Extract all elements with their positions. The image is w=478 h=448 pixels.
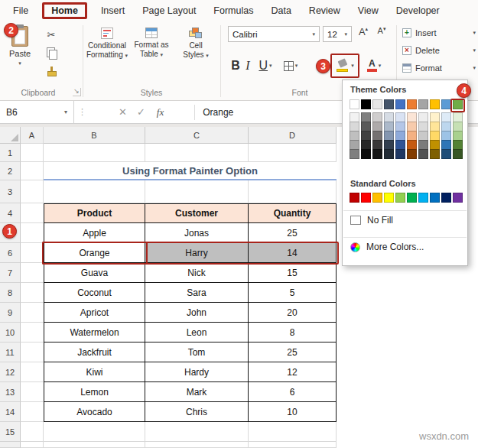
format-cells-button[interactable]: Format▾ bbox=[402, 61, 476, 75]
insert-function-icon[interactable]: fx bbox=[157, 106, 164, 118]
table-header-product[interactable]: Product bbox=[44, 203, 145, 223]
color-swatch[interactable] bbox=[441, 193, 451, 203]
color-swatch[interactable] bbox=[430, 193, 440, 203]
color-swatch[interactable] bbox=[361, 99, 371, 109]
row-header[interactable]: 6 bbox=[0, 243, 21, 263]
fill-color-dropdown-arrow[interactable]: ▾ bbox=[351, 63, 354, 69]
font-size-combo[interactable]: 12▾ bbox=[323, 26, 352, 42]
underline-button[interactable]: U▾ bbox=[255, 57, 275, 75]
cell[interactable]: Apple bbox=[44, 223, 145, 243]
color-swatch[interactable] bbox=[372, 99, 382, 109]
paste-dropdown-arrow[interactable]: ▾ bbox=[18, 60, 21, 67]
cell[interactable] bbox=[21, 283, 44, 303]
decrease-font-size-button[interactable]: A▾ bbox=[373, 26, 390, 42]
format-painter-button[interactable] bbox=[38, 63, 64, 79]
fill-color-button[interactable]: ▾ bbox=[330, 54, 359, 78]
clipboard-dialog-launcher-icon[interactable]: ↘ bbox=[73, 88, 81, 96]
cell[interactable] bbox=[249, 442, 337, 448]
tab-view[interactable]: View bbox=[354, 2, 382, 19]
color-swatch[interactable] bbox=[453, 193, 463, 203]
formula-bar-handle[interactable]: ⋮ bbox=[78, 107, 86, 117]
cell-styles-button[interactable]: CellStyles ▾ bbox=[174, 26, 217, 86]
italic-button[interactable]: I bbox=[243, 57, 252, 75]
cell[interactable] bbox=[44, 180, 145, 203]
color-swatch[interactable] bbox=[407, 149, 417, 159]
row-header[interactable]: 3 bbox=[0, 180, 21, 203]
color-swatch[interactable] bbox=[441, 149, 451, 159]
cell[interactable]: Lemon bbox=[44, 382, 145, 402]
cell[interactable] bbox=[21, 243, 44, 263]
cancel-entry-icon[interactable]: ✕ bbox=[119, 106, 127, 118]
cell[interactable] bbox=[21, 342, 44, 362]
cell[interactable]: 25 bbox=[249, 223, 337, 243]
tab-page-layout[interactable]: Page Layout bbox=[138, 2, 200, 19]
tab-file[interactable]: File bbox=[9, 2, 32, 19]
table-header-customer[interactable]: Customer bbox=[145, 203, 249, 223]
cell[interactable] bbox=[21, 180, 44, 203]
tab-data[interactable]: Data bbox=[267, 2, 294, 19]
color-swatch[interactable] bbox=[372, 149, 382, 159]
cell[interactable]: Hardy bbox=[145, 362, 249, 382]
cell[interactable] bbox=[21, 203, 44, 223]
color-swatch[interactable] bbox=[407, 193, 417, 203]
cut-button[interactable]: ✂ bbox=[38, 27, 64, 42]
cell[interactable]: Nick bbox=[145, 263, 249, 283]
format-as-table-button[interactable]: Format asTable ▾ bbox=[130, 26, 173, 86]
cell[interactable]: 12 bbox=[249, 362, 337, 382]
cell[interactable]: John bbox=[145, 303, 249, 323]
cell[interactable] bbox=[21, 382, 44, 402]
tab-formulas[interactable]: Formulas bbox=[210, 2, 257, 19]
confirm-entry-icon[interactable]: ✓ bbox=[137, 106, 145, 118]
increase-font-size-button[interactable]: A▴ bbox=[355, 26, 372, 42]
color-swatch[interactable] bbox=[430, 99, 440, 109]
row-header[interactable]: 7 bbox=[0, 263, 21, 283]
cell[interactable] bbox=[249, 144, 337, 162]
active-cell-b6[interactable]: Orange bbox=[44, 243, 145, 263]
cell[interactable]: Harry bbox=[145, 243, 249, 263]
borders-button[interactable]: ▾ bbox=[280, 57, 301, 75]
row-header[interactable]: 2 bbox=[0, 162, 21, 180]
cell[interactable]: 15 bbox=[249, 263, 337, 283]
cell[interactable] bbox=[21, 162, 44, 180]
color-swatch[interactable] bbox=[395, 99, 405, 109]
column-header-b[interactable]: B bbox=[44, 127, 145, 144]
color-swatch[interactable] bbox=[453, 99, 463, 109]
cell[interactable]: Tom bbox=[145, 342, 249, 362]
row-header[interactable]: 10 bbox=[0, 323, 21, 342]
font-name-combo[interactable]: Calibri▾ bbox=[228, 26, 320, 42]
sheet-title-cell[interactable]: Using Format Painter Option bbox=[44, 162, 337, 180]
cell[interactable]: Leon bbox=[145, 323, 249, 342]
cell[interactable] bbox=[249, 422, 337, 442]
cell[interactable]: 5 bbox=[249, 283, 337, 303]
cell[interactable]: Jackfruit bbox=[44, 342, 145, 362]
cell[interactable] bbox=[145, 422, 249, 442]
table-header-quantity[interactable]: Quantity bbox=[249, 203, 337, 223]
color-swatch[interactable] bbox=[350, 193, 359, 203]
cell[interactable] bbox=[249, 180, 337, 203]
cell[interactable] bbox=[21, 263, 44, 283]
row-header[interactable] bbox=[0, 442, 21, 448]
cell[interactable] bbox=[44, 422, 145, 442]
cell[interactable]: Kiwi bbox=[44, 362, 145, 382]
row-header[interactable]: 1 bbox=[0, 144, 21, 162]
cell[interactable]: Guava bbox=[44, 263, 145, 283]
color-swatch[interactable] bbox=[350, 99, 359, 109]
column-header-c[interactable]: C bbox=[145, 127, 249, 144]
cell[interactable]: Watermelon bbox=[44, 323, 145, 342]
delete-cells-button[interactable]: × Delete▾ bbox=[402, 44, 476, 57]
row-header[interactable]: 12 bbox=[0, 362, 21, 382]
color-swatch[interactable] bbox=[418, 149, 428, 159]
color-swatch[interactable] bbox=[418, 193, 428, 203]
more-colors-option[interactable]: More Colors... bbox=[343, 238, 467, 256]
row-header[interactable]: 15 bbox=[0, 422, 21, 442]
select-all-corner[interactable] bbox=[0, 127, 21, 144]
cell[interactable]: 8 bbox=[249, 323, 337, 342]
cell[interactable]: Coconut bbox=[44, 283, 145, 303]
color-swatch[interactable] bbox=[384, 193, 394, 203]
cell[interactable]: Mark bbox=[145, 382, 249, 402]
cell[interactable] bbox=[44, 144, 145, 162]
cell[interactable]: 6 bbox=[249, 382, 337, 402]
copy-button[interactable] bbox=[38, 45, 64, 60]
cell[interactable]: 25 bbox=[249, 342, 337, 362]
row-header[interactable]: 4 bbox=[0, 203, 21, 223]
